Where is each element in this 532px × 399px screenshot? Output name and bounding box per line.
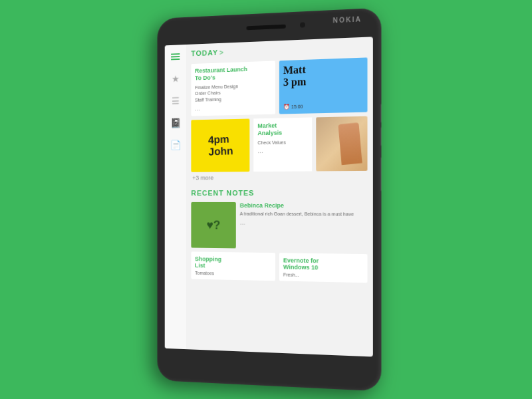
bebinca-thumb-symbol: ♥? <box>206 218 220 232</box>
market-analysis-title: MarketAnalysis <box>257 122 307 137</box>
power-button[interactable] <box>380 157 381 192</box>
today-title: TODAY <box>191 49 218 57</box>
recent-notes-header: RECENT NOTES <box>191 189 367 198</box>
bebinca-dots: ... <box>240 219 368 227</box>
blue-sticky-line2: 3 pm <box>283 76 306 88</box>
shopping-list-card[interactable]: ShoppingList Tomatoes <box>191 251 275 281</box>
sidebar-notebook-icon[interactable]: 📓 <box>169 116 182 130</box>
todo-item-3: Staff Training <box>195 95 271 104</box>
market-image-shape <box>338 122 362 165</box>
blue-sticky-text: Matt 3 pm <box>283 64 306 88</box>
sidebar-menu-icon[interactable] <box>169 50 182 63</box>
yellow-sticky-note[interactable]: 4pmJohn <box>191 119 249 172</box>
bebinca-row: ♥? Bebinca Recipe A traditional rich Goa… <box>191 202 367 250</box>
phone-wrapper: NOKIA ★ ☰ 📓 <box>157 7 381 391</box>
phone-screen: ★ ☰ 📓 📄 TODAY > Res <box>165 37 373 356</box>
todo-card-title: Restaurant LaunchTo Do's <box>195 65 271 82</box>
todo-dots: ... <box>195 103 271 112</box>
today-top-row: Restaurant LaunchTo Do's Finalize Menu D… <box>191 57 367 116</box>
todo-card[interactable]: Restaurant LaunchTo Do's Finalize Menu D… <box>191 61 275 116</box>
bebinca-title: Bebinca Recipe <box>240 202 368 209</box>
bebinca-info[interactable]: Bebinca Recipe A traditional rich Goan d… <box>240 202 368 250</box>
phone-speaker <box>246 25 285 31</box>
volume-up-button[interactable] <box>380 104 381 123</box>
phone-camera <box>300 22 305 27</box>
sidebar-list-icon[interactable]: ☰ <box>169 94 182 108</box>
today-section-header: TODAY > <box>191 43 367 57</box>
today-arrow[interactable]: > <box>219 49 223 57</box>
main-content: TODAY > Restaurant LaunchTo Do's Finaliz… <box>186 37 373 356</box>
sidebar-document-icon[interactable]: 📄 <box>169 138 182 152</box>
market-dots: ... <box>257 147 307 155</box>
market-analysis-card[interactable]: MarketAnalysis Check Values ... <box>254 118 312 172</box>
bebinca-thumbnail: ♥? <box>191 202 235 248</box>
today-bottom-row: 4pmJohn MarketAnalysis Check Values ... <box>191 116 367 172</box>
side-buttons <box>380 104 381 192</box>
market-analysis-subtitle: Check Values <box>257 139 307 146</box>
screen-content: ★ ☰ 📓 📄 TODAY > Res <box>165 37 373 356</box>
evernote-title: Evernote forWindows 10 <box>283 257 363 271</box>
blue-sticky-line1: Matt <box>283 64 306 76</box>
sidebar: ★ ☰ 📓 📄 <box>165 45 186 349</box>
sidebar-star-icon[interactable]: ★ <box>169 72 182 85</box>
bottom-notes-row: ShoppingList Tomatoes Evernote forWindow… <box>191 251 367 283</box>
phone-body: NOKIA ★ ☰ 📓 <box>157 7 381 391</box>
volume-down-button[interactable] <box>380 127 381 146</box>
blue-sticky-note[interactable]: Matt 3 pm ⏰ 15:00 <box>279 57 368 114</box>
yellow-sticky-text: 4pmJohn <box>207 134 233 158</box>
alarm-row: ⏰ 15:00 <box>283 104 303 110</box>
alarm-icon: ⏰ <box>283 104 290 110</box>
bebinca-desc: A traditional rich Goan dessert, Bebinca… <box>240 211 368 218</box>
shopping-title: ShoppingList <box>195 255 271 270</box>
shopping-desc: Tomatoes <box>195 271 271 277</box>
market-analysis-image <box>316 116 368 172</box>
evernote-card[interactable]: Evernote forWindows 10 Fresh... <box>279 253 368 283</box>
evernote-desc: Fresh... <box>283 272 363 278</box>
nokia-brand: NOKIA <box>333 15 362 24</box>
alarm-time: 15:00 <box>291 104 303 109</box>
more-link[interactable]: +3 more <box>191 174 367 182</box>
